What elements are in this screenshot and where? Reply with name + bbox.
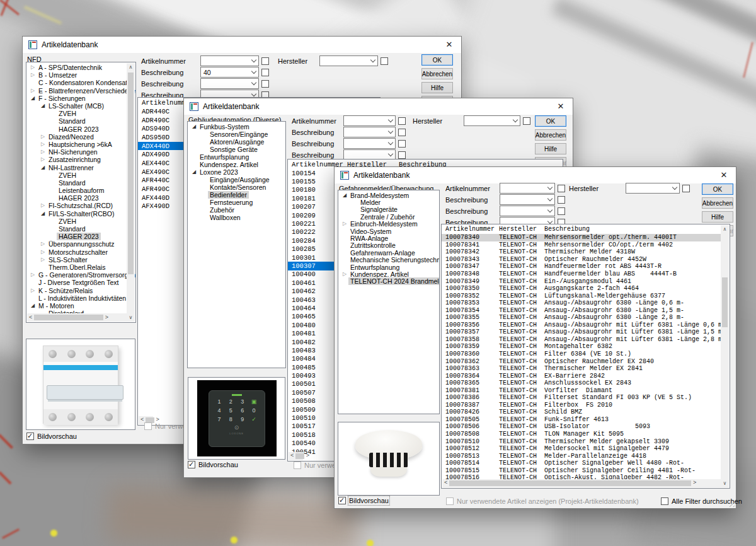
horizontal-scrollbar[interactable]: <>	[289, 452, 303, 460]
list-row[interactable]: 100078505TELENOT-CHFunk-Sniffer 4613	[442, 416, 721, 424]
tree-expanded-icon[interactable]: ◢	[29, 303, 37, 308]
tree-item[interactable]: ZVEH	[26, 110, 127, 117]
hilfe-button[interactable]: Hilfe	[421, 82, 453, 93]
tree-collapsed-icon[interactable]: ▷	[29, 272, 37, 277]
list-row[interactable]: 100078358TELENOT-CHAnsaug-/Absaugrohr mi…	[442, 336, 721, 344]
used-only-checkbox[interactable]	[294, 462, 301, 469]
tree-item[interactable]: Entwurfsplanung	[188, 153, 285, 161]
tree-item[interactable]: HAGER 2023	[26, 194, 127, 202]
tree-item[interactable]: Zubehör	[188, 206, 285, 214]
tree-item[interactable]: J - Diverse Textgrößen Text	[26, 279, 127, 286]
abbrechen-button[interactable]: Abbrechen	[702, 197, 733, 209]
list-row[interactable]: 100078381TELENOT-CHVorfilter Diamant	[442, 386, 721, 394]
chevron-down-icon[interactable]	[546, 183, 554, 193]
list-row[interactable]: 100078508TELENOT-CHTLON Manager Kit 5095	[442, 431, 721, 438]
list-row[interactable]: 100078510TELENOT-CHThermischer Melder ge…	[442, 438, 721, 445]
ok-button[interactable]: OK	[702, 183, 733, 195]
beschreibung-combobox[interactable]	[500, 206, 555, 216]
tree-item[interactable]: ▷Motorschutzschalter	[26, 248, 127, 256]
tree-item[interactable]: ▷B - Umsetzer	[26, 71, 127, 79]
artikelnummer-combobox[interactable]	[200, 55, 259, 66]
tree-item[interactable]: ◢Funkbus-System	[188, 123, 285, 131]
list-row[interactable]: 100078513TELENOT-CHMelder-Parallelanzeig…	[442, 452, 721, 460]
tree-item[interactable]: ▷K - Schütze/Relais	[26, 286, 127, 294]
bildvorschau-checkbox[interactable]	[26, 433, 34, 440]
filter-checkbox[interactable]	[398, 151, 406, 159]
beschreibung-combobox[interactable]	[343, 138, 396, 149]
tree-item[interactable]: Zentrale / Zubehör	[338, 213, 439, 220]
chevron-down-icon[interactable]	[386, 127, 395, 137]
tree-expanded-icon[interactable]: ◢	[39, 165, 47, 170]
list-row[interactable]: 100078426TELENOT-CHSchild BMZ	[442, 409, 721, 416]
list-row[interactable]: 100078343TELENOT-CHOptischer Rauchmelder…	[442, 256, 721, 264]
tree-collapsed-icon[interactable]: ▷	[39, 241, 47, 247]
all-filters-checkbox[interactable]	[661, 497, 668, 505]
tree-collapsed-icon[interactable]: ▷	[39, 250, 47, 255]
tree-item[interactable]: Kontakte/Sensoren	[188, 183, 285, 191]
list-row[interactable]: 100078353TELENOT-CHAnsaug-/Absaugrohr 63…	[442, 299, 721, 307]
tree-item[interactable]: ▷Überspannungsschutz	[26, 240, 127, 248]
list-row[interactable]: 100078363TELENOT-CHThermischer Melder EX…	[442, 365, 721, 373]
hersteller-combobox[interactable]	[464, 115, 520, 126]
list-row[interactable]: 100078340TELENOT-CHMehrsensormelder opt.…	[442, 234, 721, 241]
tree-collapsed-icon[interactable]: ▷	[39, 134, 47, 139]
list-row[interactable]: 100078354TELENOT-CHAnsaug-/Absaugrohr 63…	[442, 306, 721, 314]
filter-checkbox[interactable]	[523, 117, 530, 125]
chevron-down-icon[interactable]	[249, 79, 258, 88]
scrollbar-thumb[interactable]	[295, 453, 304, 459]
list-row[interactable]: 100078357TELENOT-CHAnsaug-/Absaugrohr mi…	[442, 328, 721, 336]
filter-checkbox[interactable]	[398, 117, 406, 125]
list-row[interactable]: 100078386TELENOT-CHFilterset Standard FI…	[442, 394, 721, 402]
filter-checkbox[interactable]	[398, 129, 406, 136]
list-row[interactable]: 100078365TELENOT-CHAnschlusssockel EX 28…	[442, 380, 721, 387]
chevron-down-icon[interactable]	[386, 116, 395, 125]
tree-item[interactable]: C - Kondensatoren Kondensator	[26, 79, 127, 86]
tree-item[interactable]: ◢LS-Schalter (MCB)	[26, 102, 127, 110]
tree-expanded-icon[interactable]: ◢	[341, 193, 348, 198]
close-icon[interactable]: ✕	[554, 100, 567, 113]
tree-item[interactable]: Melder	[338, 199, 439, 206]
scroll-right-icon[interactable]: >	[693, 479, 696, 487]
scroll-down-icon[interactable]: ∨	[721, 479, 729, 487]
filter-checkbox[interactable]	[682, 185, 690, 192]
abbrechen-button[interactable]: Abbrechen	[421, 68, 453, 79]
tree-item[interactable]: ▷G - Generatoren/Stromversorgungen	[26, 271, 127, 279]
list-row[interactable]: 100078349TELENOT-CHEin-/Ausgangsmodul 44…	[442, 277, 721, 285]
close-icon[interactable]: ✕	[443, 38, 455, 51]
tree-item[interactable]: Standard	[26, 225, 127, 233]
tree-item[interactable]: Mechanische Sicherungstechnik	[338, 257, 439, 264]
list-row[interactable]: 100078515TELENOT-CHOptischer Signalgeber…	[442, 467, 721, 475]
artikelnummer-combobox[interactable]	[500, 183, 555, 194]
tree-item[interactable]: Aktoren/Ausgänge	[188, 138, 285, 146]
list-row[interactable]: 100078341TELENOT-CHMehrsensormelder CO/o…	[442, 241, 721, 249]
abbrechen-button[interactable]: Abbrechen	[535, 129, 566, 141]
tree-item[interactable]: Wallboxen	[188, 214, 285, 221]
tree-item[interactable]: TELENOT-CH 2024 Brandmeldetechnik	[338, 278, 439, 285]
list-row[interactable]: 100078347TELENOT-CHHandfeuermelder rot A…	[442, 263, 721, 270]
ok-button[interactable]: OK	[421, 54, 453, 66]
chevron-down-icon[interactable]	[386, 139, 395, 148]
tree-expanded-icon[interactable]: ◢	[39, 211, 47, 216]
chevron-down-icon[interactable]	[369, 56, 377, 66]
list-row[interactable]: 100078348TELENOT-CHHandfeuermelder blau …	[442, 270, 721, 278]
tree-item[interactable]: Standard	[26, 117, 127, 125]
filter-checkbox[interactable]	[398, 140, 406, 148]
vertical-scrollbar[interactable]: ∧∨	[721, 225, 729, 487]
tree-item[interactable]: Gefahrenwarn-Anlage	[338, 249, 439, 256]
tree-collapsed-icon[interactable]: ▷	[39, 203, 47, 208]
hilfe-button[interactable]: Hilfe	[702, 211, 733, 223]
tree-collapsed-icon[interactable]: ▷	[29, 288, 37, 293]
tree-item[interactable]: Video-System	[338, 228, 439, 235]
scroll-left-icon[interactable]: <	[140, 416, 144, 424]
tree-item[interactable]: L - Induktivitäten Induktivtäten	[26, 294, 127, 302]
beschreibung-combobox[interactable]	[500, 194, 555, 205]
scrollbar-thumb[interactable]	[449, 480, 691, 486]
tree-item[interactable]: ▷Kundenspez. Artikel	[338, 270, 439, 277]
list-row[interactable]: 100078352TELENOT-CHLüftungskanal-Melderg…	[442, 292, 721, 299]
used-only-checkbox[interactable]	[144, 422, 152, 430]
tree-collapsed-icon[interactable]: ▷	[39, 142, 47, 147]
tree-item[interactable]: ▷Hauptsicherung >6kA	[26, 141, 127, 148]
hersteller-combobox[interactable]	[319, 55, 378, 66]
list-row[interactable]: 100078342TELENOT-CHThermischer Melder 43…	[442, 248, 721, 256]
hersteller-header[interactable]: Hersteller	[499, 226, 544, 233]
